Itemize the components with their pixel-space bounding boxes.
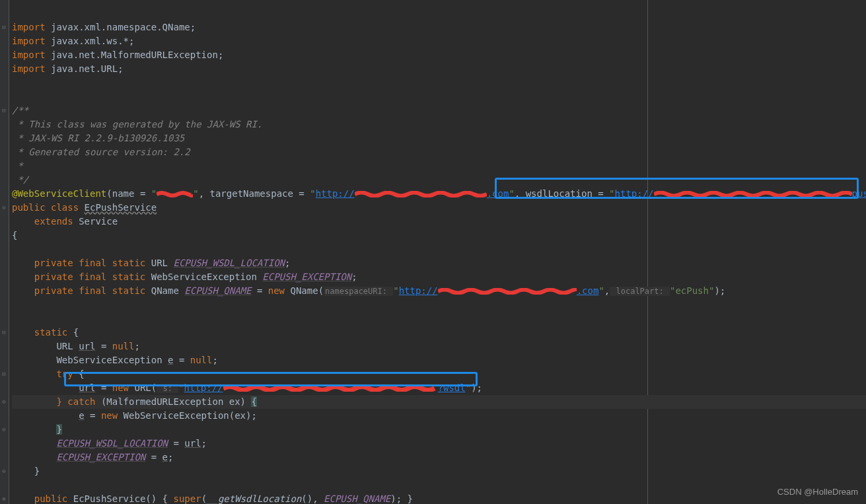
modifiers: private final static <box>34 271 151 282</box>
constructor-call: WebServiceException(ex) <box>124 410 252 421</box>
keyword-null: null <box>190 355 213 365</box>
type: WebServiceException <box>56 355 168 365</box>
brace: { <box>162 493 174 504</box>
text: ; <box>168 452 173 462</box>
javadoc-line: * Generated source version: 2.2 <box>12 147 190 157</box>
keyword-public: public <box>34 493 73 504</box>
url-link[interactable]: ?wsdl <box>438 382 466 393</box>
variable: url <box>79 341 95 351</box>
field-ref: ECPUSH_QNAME <box>324 493 390 504</box>
url-link[interactable]: http:// <box>316 188 355 199</box>
gutter[interactable]: ⊟ ⊟ ⊖ ⊟ ⊟ ⊖ ⊖ ⊖ ⊕ <box>0 0 9 504</box>
class-name: EcPushService <box>85 202 157 213</box>
text: ; <box>134 341 139 351</box>
text: ); <box>714 285 725 296</box>
constructor: QName( <box>290 285 324 296</box>
redaction <box>654 191 852 198</box>
javadoc-line: /** <box>12 105 28 116</box>
text: ; <box>251 410 256 421</box>
fold-icon[interactable]: ⊟ <box>0 326 8 340</box>
fold-icon[interactable]: ⊖ <box>0 201 8 215</box>
brace: } <box>56 424 61 435</box>
fold-icon[interactable]: ⊟ <box>0 367 8 381</box>
keyword-import: import <box>12 22 46 32</box>
method-call: __getWsdlLocation <box>207 493 301 504</box>
constructor-name: EcPushService <box>73 493 146 504</box>
string-literal: "ecPush" <box>670 285 714 296</box>
brace: { <box>251 396 256 407</box>
keyword-import: import <box>12 63 46 74</box>
text: = <box>168 438 184 449</box>
parent-class: Service <box>79 216 118 227</box>
url-link[interactable]: http:// <box>184 382 223 393</box>
field-name: ECPUSH_EXCEPTION <box>262 271 351 282</box>
javadoc-line: * JAX-WS RI 2.2.9-b130926.1035 <box>12 133 184 143</box>
fold-icon[interactable]: ⊖ <box>0 464 8 478</box>
text: = <box>173 355 190 365</box>
parameter-hint: namespaceURI: <box>324 287 393 296</box>
type: WebServiceException <box>151 271 263 282</box>
modifiers: private final static <box>34 285 151 296</box>
text: = <box>251 285 268 296</box>
param-label: name = <box>112 188 151 199</box>
parameter-hint: localPart: <box>610 287 670 296</box>
variable: url <box>79 382 95 393</box>
field-name: ECPUSH_QNAME <box>184 285 251 296</box>
keyword-import: import <box>12 50 46 60</box>
text: = <box>95 382 112 393</box>
fold-icon[interactable] <box>0 7 8 20</box>
keyword-extends: extends <box>34 216 79 227</box>
keyword-new: new <box>101 410 124 421</box>
fold-icon[interactable]: ⊖ <box>0 395 8 409</box>
javadoc-line: */ <box>12 174 28 185</box>
text: = <box>85 410 101 421</box>
text: ; <box>285 258 290 268</box>
text: (), <box>301 493 324 504</box>
keyword-new: new <box>112 382 135 393</box>
field-name: ECPUSH_WSDL_LOCATION <box>173 258 285 268</box>
field-ref: ECPUSH_WSDL_LOCATION <box>56 438 168 449</box>
brace: } <box>408 493 413 504</box>
javadoc-line: * <box>12 161 23 171</box>
code-editor: ⊟ ⊟ ⊖ ⊟ ⊟ ⊖ ⊖ ⊖ ⊕ <box>0 0 866 504</box>
url-link[interactable]: http:// <box>615 188 654 199</box>
modifiers: private final static <box>34 258 151 268</box>
fold-icon[interactable]: ⊟ <box>0 20 8 34</box>
param-label: wsdlLocation = <box>520 188 609 199</box>
type: QName <box>151 285 185 296</box>
fold-icon[interactable]: ⊟ <box>0 104 8 118</box>
keyword-try: try <box>56 369 79 379</box>
parameter-hint: s: <box>157 384 178 393</box>
text: ; <box>212 355 217 365</box>
fold-icon[interactable]: ⊕ <box>0 492 8 504</box>
redaction <box>438 288 577 295</box>
code-content[interactable]: import javax.xml.namespace.QName; import… <box>9 0 866 504</box>
url-link[interactable]: http:// <box>399 285 438 296</box>
fold-icon[interactable]: ⊖ <box>0 423 8 437</box>
text: ); <box>390 493 407 504</box>
text: () <box>145 493 162 504</box>
import-path: javax.xml.ws.*; <box>51 36 134 46</box>
text: ; <box>201 438 207 449</box>
keyword-class: class <box>51 202 85 213</box>
javadoc-line: * This class was generated by the JAX-WS… <box>12 119 262 129</box>
import-path: java.net.URL; <box>51 63 124 74</box>
redaction <box>223 385 438 392</box>
keyword-super: super <box>173 493 201 504</box>
url-link[interactable]: .com <box>577 285 599 296</box>
keyword-public: public <box>12 202 51 213</box>
variable: e <box>162 452 168 462</box>
redaction <box>355 191 487 198</box>
brace: } <box>34 466 40 476</box>
constructor: URL( <box>134 382 157 393</box>
redaction <box>157 191 193 198</box>
field-ref: ECPUSH_EXCEPTION <box>56 452 145 462</box>
brace: { <box>73 327 79 338</box>
import-path: java.net.MalformedURLException; <box>51 50 223 60</box>
url-link[interactable]: push?ws <box>852 188 866 199</box>
type: URL <box>151 258 174 268</box>
annotation: @WebServiceClient <box>12 188 106 199</box>
url-link[interactable]: .com <box>487 188 509 199</box>
text: = <box>145 452 162 462</box>
import-path: javax.xml.namespace.QName; <box>51 22 196 32</box>
